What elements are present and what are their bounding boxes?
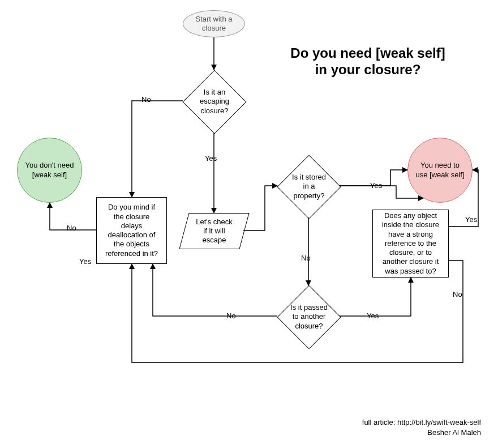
label-mind-no: No [66,224,78,232]
label-escaping-yes: Yes [204,154,218,163]
decision-escaping: Is it anescapingclosure? [182,70,246,134]
terminal-need: You need touse [weak self] [407,138,473,203]
label-mind-yes: Yes [78,257,92,266]
decision-passed: Is it passedto anotherclosure? [277,285,341,349]
label-stored-no: No [300,254,312,262]
label-strongref-no: No [452,290,463,298]
terminal-dont-need: You don't need[weak self] [17,138,82,203]
process-strongref: Does any objectinside the closurehave a … [372,210,449,278]
footer-author: Besher Al Maleh [427,428,481,437]
start-node: Start with aclosure [183,10,245,37]
label-escaping-no: No [140,95,152,104]
page-title: Do you need [weak self]in your closure? [266,45,470,78]
label-passed-no: No [225,312,237,320]
label-strongref-yes: Yes [464,215,478,224]
label-passed-yes: Yes [366,312,380,320]
label-stored-yes: Yes [369,181,383,190]
io-lets-check: Let's checkif it willescape [179,213,249,249]
footer-article: full article: http://bit.ly/swift-weak-s… [362,418,481,426]
process-mind: Do you mind ifthe closuredelaysdeallocat… [96,197,167,264]
decision-stored: Is it storedin aproperty? [277,155,341,219]
